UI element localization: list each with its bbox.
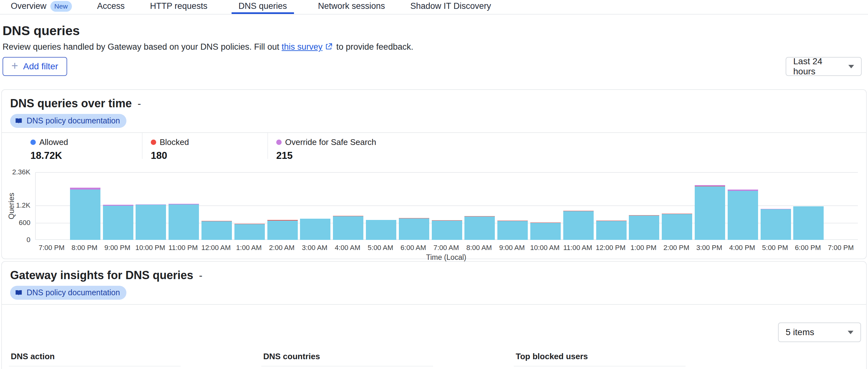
bar-4-00-pm [728, 190, 758, 240]
page-subtitle: Review queries handled by Gateway based … [3, 42, 865, 52]
tab-label: Overview [11, 1, 46, 11]
subtitle-text: Review queries handled by Gateway based … [3, 42, 282, 52]
bar-segment-allowed [793, 206, 824, 240]
bar-12-00-am [202, 221, 232, 240]
y-axis-tick-label: 600 [4, 219, 30, 227]
dns-policy-doc-badge[interactable]: DNS policy documentation [10, 286, 126, 300]
bar-3-00-pm [695, 185, 725, 240]
legend-item-row: Allowed [30, 137, 142, 147]
page-title: DNS queries [3, 24, 865, 38]
items-count-value: 5 items [786, 327, 814, 337]
table-row: US15.74K [261, 366, 433, 369]
bar-12-00-pm [596, 221, 627, 240]
book-icon [14, 117, 23, 125]
tab-access[interactable]: Access [96, 0, 126, 14]
external-link-icon[interactable] [322, 42, 334, 52]
collapse-dash: - [199, 270, 203, 281]
time-range-select[interactable]: Last 24 hours [786, 57, 862, 76]
tab-network-sessions[interactable]: Network sessions [317, 0, 386, 14]
bar-segment-allowed [333, 216, 363, 240]
legend-item-row: Blocked [151, 137, 267, 147]
subtitle-text-suffix: to provide feedback. [334, 42, 413, 52]
bar-segment-allowed [168, 204, 199, 240]
bar-segment-allowed [70, 190, 100, 240]
table-header: DNS countries [261, 351, 433, 366]
insights-body: 5 items DNS actionAllowed18.72KOverride … [2, 305, 866, 369]
dns-countries-table: DNS countriesUS15.74KIE6.32K [261, 351, 433, 369]
legend-blocked[interactable]: Blocked180 [142, 133, 267, 159]
bar-5-00-am [366, 220, 396, 240]
tab-label: Network sessions [318, 1, 385, 11]
tab-bar: OverviewNewAccessHTTP requestsDNS querie… [0, 0, 868, 14]
bar-2-00-pm [662, 213, 692, 240]
time-range-value: Last 24 hours [793, 56, 843, 76]
timeseries-card-title: DNS queries over time [10, 97, 132, 110]
dns-policy-doc-badge[interactable]: DNS policy documentation [10, 114, 126, 128]
bar-segment-allowed [662, 214, 692, 240]
legend-label: Allowed [39, 137, 68, 147]
tab-http-requests[interactable]: HTTP requests [149, 0, 209, 14]
bar-segment-allowed [267, 221, 298, 240]
add-filter-label: Add filter [23, 61, 58, 71]
bar-segment-allowed [728, 191, 758, 240]
bar-10-00-am [530, 223, 561, 240]
bar-9-00-am [497, 221, 528, 240]
bar-segment-allowed [235, 224, 265, 240]
bar-9-00-pm [103, 205, 133, 240]
legend-item-row: Override for Safe Search [276, 137, 393, 147]
x-axis-title: Time (Local) [35, 253, 857, 262]
table-row: Allowed18.72K [9, 366, 181, 369]
tab-label: DNS queries [239, 1, 287, 11]
bar-1-00-am [235, 224, 265, 240]
gateway-insights-card: Gateway insights for DNS queries - DNS p… [1, 261, 867, 369]
tab-dns-queries[interactable]: DNS queries [231, 0, 294, 14]
items-count-select[interactable]: 5 items [778, 323, 861, 342]
insights-card-title: Gateway insights for DNS queries [10, 269, 193, 282]
bar-segment-override-for-safe-search [70, 188, 100, 190]
chevron-down-icon [848, 331, 854, 334]
doc-badge-label: DNS policy documentation [27, 288, 120, 297]
y-axis-tick-label: 2.36K [4, 168, 30, 176]
bar-segment-allowed [432, 221, 462, 240]
book-icon [14, 289, 23, 297]
bar-segment-allowed [103, 206, 133, 240]
bar-10-00-pm [135, 204, 166, 240]
chart-legend: Allowed18.72KBlocked180Override for Safe… [2, 133, 866, 159]
x-axis-tick-label: 7:00 PM [820, 244, 861, 252]
legend-override-for-safe-search[interactable]: Override for Safe Search215 [267, 133, 393, 159]
grid-line [36, 172, 858, 173]
bar-segment-allowed [202, 221, 232, 240]
bar-segment-allowed [300, 219, 331, 240]
legend-dot [30, 140, 36, 145]
collapse-dash: - [137, 98, 141, 109]
add-filter-button[interactable]: + Add filter [3, 57, 67, 76]
chevron-down-icon [848, 65, 854, 68]
survey-link[interactable]: this survey [282, 42, 322, 52]
tab-overview[interactable]: OverviewNew [9, 0, 73, 14]
plus-icon: + [11, 60, 18, 71]
new-badge: New [50, 1, 72, 12]
tab-shadow-it-discovery[interactable]: Shadow IT Discovery [409, 0, 492, 14]
bar-11-00-am [563, 211, 594, 240]
bar-segment-allowed [530, 223, 561, 240]
legend-allowed[interactable]: Allowed18.72K [2, 133, 142, 159]
insights-tables: DNS actionAllowed18.72KOverride for Safe… [9, 351, 860, 369]
table-row: maggie@skyflash.co180 [514, 366, 685, 369]
bar-3-00-am [300, 219, 331, 240]
table-header: Top blocked users [514, 351, 685, 366]
bar-1-00-pm [629, 215, 659, 240]
bar-segment-allowed [761, 209, 791, 240]
legend-dot [151, 140, 156, 145]
bar-7-00-am [432, 220, 462, 240]
y-axis-title: Queries [7, 193, 16, 219]
insights-card-header: Gateway insights for DNS queries - DNS p… [2, 262, 866, 304]
dns-queries-chart: 06001.2K2.36KQueries7:00 PM8:00 PM9:00 P… [2, 159, 866, 259]
bar-5-00-pm [761, 209, 791, 240]
bar-segment-allowed [695, 187, 725, 240]
bar-segment-allowed [629, 215, 659, 240]
y-axis-tick-label: 0 [4, 236, 30, 244]
toolbar: + Add filter Last 24 hours [0, 52, 868, 76]
legend-dot [276, 140, 282, 145]
top-blocked-users-table: Top blocked usersmaggie@skyflash.co180 [514, 351, 685, 369]
bar-8-00-am [464, 216, 495, 240]
